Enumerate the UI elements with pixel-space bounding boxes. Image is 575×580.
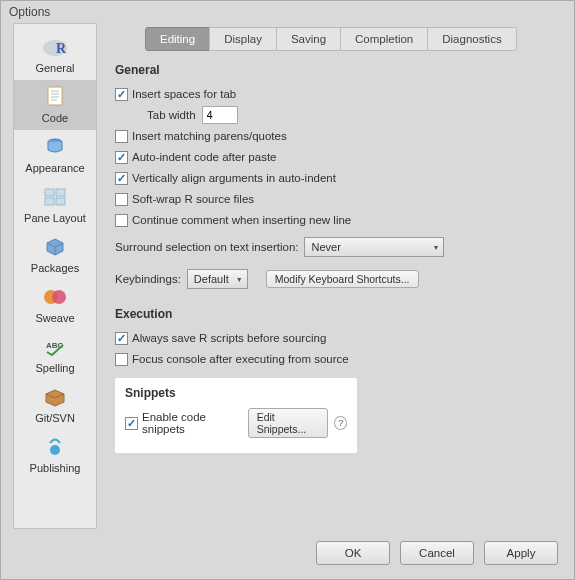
svg-rect-9 xyxy=(56,189,65,196)
option-auto-indent[interactable]: Auto-indent code after paste xyxy=(115,148,562,166)
option-label: Insert spaces for tab xyxy=(132,88,236,100)
box-icon xyxy=(41,385,69,409)
sidebar-label: Pane Layout xyxy=(24,212,86,224)
tab-width-input[interactable] xyxy=(202,106,238,124)
svg-rect-8 xyxy=(45,189,54,196)
sidebar-label: Packages xyxy=(31,262,79,274)
sidebar-label: Git/SVN xyxy=(35,412,75,424)
cancel-button[interactable]: Cancel xyxy=(400,541,474,565)
svg-text:ABC: ABC xyxy=(46,341,64,350)
option-label: Surround selection on text insertion: xyxy=(115,241,298,253)
option-keybindings: Keybindings: Default Modify Keyboard Sho… xyxy=(115,269,562,289)
sidebar-item-publishing[interactable]: Publishing xyxy=(14,430,96,480)
svg-rect-11 xyxy=(56,198,65,205)
svg-point-13 xyxy=(52,290,66,304)
help-icon[interactable]: ? xyxy=(334,416,347,430)
modify-shortcuts-button[interactable]: Modify Keyboard Shortcuts... xyxy=(266,270,419,288)
option-always-save[interactable]: Always save R scripts before sourcing xyxy=(115,329,562,347)
option-soft-wrap[interactable]: Soft-wrap R source files xyxy=(115,190,562,208)
svg-rect-10 xyxy=(45,198,54,205)
option-vertical-align[interactable]: Vertically align arguments in auto-inden… xyxy=(115,169,562,187)
snippets-highlight: Snippets Enable code snippets Edit Snipp… xyxy=(115,378,357,453)
package-icon xyxy=(41,235,69,259)
sidebar-item-general[interactable]: R General xyxy=(14,30,96,80)
tab-editing[interactable]: Editing xyxy=(145,27,210,51)
sidebar-label: Code xyxy=(42,112,68,124)
checkbox-icon xyxy=(115,151,128,164)
option-continue-comment[interactable]: Continue comment when inserting new line xyxy=(115,211,562,229)
window-title: Options xyxy=(1,1,574,23)
sidebar-label: Publishing xyxy=(30,462,81,474)
ok-button[interactable]: OK xyxy=(316,541,390,565)
option-label: Keybindings: xyxy=(115,273,181,285)
option-focus-console[interactable]: Focus console after executing from sourc… xyxy=(115,350,562,368)
dialog-footer: OK Cancel Apply xyxy=(1,529,574,579)
document-icon xyxy=(41,85,69,109)
paint-bucket-icon xyxy=(41,135,69,159)
option-label: Vertically align arguments in auto-inden… xyxy=(132,172,336,184)
surround-select[interactable]: Never xyxy=(304,237,444,257)
checkbox-icon xyxy=(115,88,128,101)
option-tab-width: Tab width xyxy=(147,106,562,124)
edit-snippets-button[interactable]: Edit Snippets... xyxy=(248,408,329,438)
svg-text:R: R xyxy=(56,41,67,56)
option-insert-spaces[interactable]: Insert spaces for tab xyxy=(115,85,562,103)
option-surround: Surround selection on text insertion: Ne… xyxy=(115,237,562,257)
option-label: Focus console after executing from sourc… xyxy=(132,353,349,365)
publish-icon xyxy=(41,435,69,459)
svg-rect-2 xyxy=(48,87,62,105)
dialog-body: R General Code Appearance Pane xyxy=(1,23,574,529)
checkbox-icon xyxy=(115,214,128,227)
sidebar-item-git-svn[interactable]: Git/SVN xyxy=(14,380,96,430)
tab-diagnostics[interactable]: Diagnostics xyxy=(427,27,516,51)
apply-button[interactable]: Apply xyxy=(484,541,558,565)
option-label: Soft-wrap R source files xyxy=(132,193,254,205)
sidebar-item-appearance[interactable]: Appearance xyxy=(14,130,96,180)
sidebar-item-spelling[interactable]: ABC Spelling xyxy=(14,330,96,380)
sidebar-label: Appearance xyxy=(25,162,84,174)
svg-point-15 xyxy=(50,445,60,455)
sweave-icon xyxy=(41,285,69,309)
checkbox-icon xyxy=(115,353,128,366)
tab-display[interactable]: Display xyxy=(209,27,277,51)
grid-icon xyxy=(41,185,69,209)
sidebar-label: Sweave xyxy=(35,312,74,324)
sidebar-label: Spelling xyxy=(35,362,74,374)
sidebar-item-packages[interactable]: Packages xyxy=(14,230,96,280)
sidebar-item-sweave[interactable]: Sweave xyxy=(14,280,96,330)
section-execution-title: Execution xyxy=(115,307,562,321)
sidebar-item-code[interactable]: Code xyxy=(14,80,96,130)
checkbox-icon xyxy=(125,417,138,430)
option-label: Auto-indent code after paste xyxy=(132,151,277,163)
category-sidebar: R General Code Appearance Pane xyxy=(13,23,97,529)
tab-bar: Editing Display Saving Completion Diagno… xyxy=(145,27,562,51)
sidebar-item-pane-layout[interactable]: Pane Layout xyxy=(14,180,96,230)
keybindings-select[interactable]: Default xyxy=(187,269,248,289)
section-general-title: General xyxy=(115,63,562,77)
checkbox-icon xyxy=(115,332,128,345)
option-enable-snippets[interactable]: Enable code snippets Edit Snippets... ? xyxy=(125,408,347,438)
sidebar-label: General xyxy=(35,62,74,74)
options-dialog: Options R General Code Appearance xyxy=(0,0,575,580)
option-label: Continue comment when inserting new line xyxy=(132,214,351,226)
option-label: Tab width xyxy=(147,109,196,121)
checkbox-icon xyxy=(115,130,128,143)
section-snippets-title: Snippets xyxy=(125,386,347,400)
option-label: Always save R scripts before sourcing xyxy=(132,332,326,344)
tab-completion[interactable]: Completion xyxy=(340,27,428,51)
r-logo-icon: R xyxy=(41,35,69,59)
main-panel: Editing Display Saving Completion Diagno… xyxy=(115,23,562,529)
option-label: Insert matching parens/quotes xyxy=(132,130,287,142)
spellcheck-icon: ABC xyxy=(41,335,69,359)
checkbox-icon xyxy=(115,193,128,206)
option-insert-matching[interactable]: Insert matching parens/quotes xyxy=(115,127,562,145)
tab-saving[interactable]: Saving xyxy=(276,27,341,51)
checkbox-icon xyxy=(115,172,128,185)
option-label: Enable code snippets xyxy=(142,411,240,435)
